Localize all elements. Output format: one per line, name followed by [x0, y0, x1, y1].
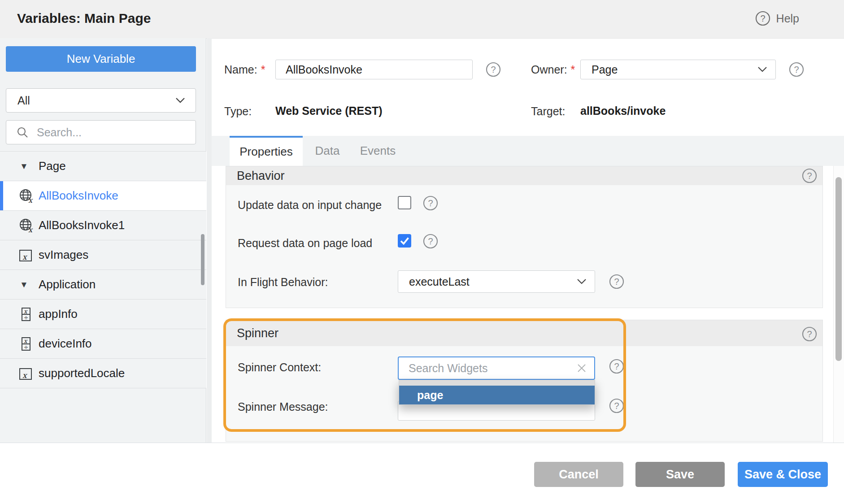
target-value: allBooks/invoke: [580, 104, 666, 117]
update-data-checkbox[interactable]: [398, 196, 411, 209]
sidebar-scrollbar-thumb[interactable]: [201, 234, 204, 285]
name-input[interactable]: [285, 63, 463, 77]
image-variable-icon: x: [18, 365, 34, 382]
svg-text:?: ?: [491, 65, 496, 74]
svg-text:x: x: [22, 252, 28, 261]
image-variable-icon: x: [18, 247, 34, 263]
spinner-message-label: Spinner Message:: [238, 400, 328, 413]
spinner-message-input[interactable]: [407, 404, 586, 418]
variable-filter-select[interactable]: All: [6, 88, 196, 113]
svg-text:?: ?: [807, 171, 812, 181]
target-label: Target:: [531, 105, 565, 118]
tab-data[interactable]: Data: [309, 136, 345, 166]
in-flight-help-icon[interactable]: ?: [609, 274, 624, 289]
owner-label: Owner:*: [531, 63, 575, 76]
save-close-button[interactable]: Save & Close: [738, 462, 828, 487]
properties-scrollbar-thumb[interactable]: [835, 177, 842, 361]
owner-select[interactable]: Page: [580, 60, 776, 79]
update-data-help-icon[interactable]: ?: [423, 196, 438, 211]
svg-text:?: ?: [614, 401, 619, 411]
chevron-down-icon: [757, 66, 767, 73]
request-data-label: Request data on page load: [238, 237, 372, 250]
svg-text:x: x: [28, 226, 33, 234]
svg-text:x: x: [28, 196, 33, 204]
web-service-icon: x: [18, 217, 34, 234]
in-flight-select[interactable]: executeLast: [398, 270, 595, 293]
svg-text:?: ?: [614, 361, 619, 371]
dropdown-option-page[interactable]: page: [399, 386, 595, 404]
svg-text:÷: ÷: [24, 344, 28, 351]
behavior-help-icon[interactable]: ?: [802, 168, 817, 183]
name-field[interactable]: [275, 60, 473, 79]
filter-value: All: [17, 94, 175, 107]
sidebar-item-allbooksinvoke1[interactable]: x AllBooksInvoke1: [0, 211, 206, 240]
sidebar-section-page[interactable]: ▼ Page: [0, 152, 206, 181]
spinner-context-input[interactable]: [408, 361, 576, 375]
help-button[interactable]: ? Help: [755, 11, 799, 26]
type-value: Web Service (REST): [275, 104, 383, 117]
required-asterisk: *: [261, 63, 265, 76]
spinner-context-help-icon[interactable]: ?: [609, 359, 624, 374]
in-flight-value: executeLast: [409, 275, 470, 288]
variable-list: ▼ Page x AllBooksInvoke x AllBooksInvoke…: [0, 151, 206, 388]
request-data-checkbox[interactable]: [398, 234, 411, 248]
help-circle-icon[interactable]: ?: [755, 11, 770, 26]
dropdown-top-strip: [399, 380, 595, 386]
owner-value: Page: [592, 63, 618, 76]
sidebar-item-allbooksinvoke[interactable]: x AllBooksInvoke: [0, 181, 206, 211]
name-help-icon[interactable]: ?: [486, 62, 501, 77]
spinner-message-help-icon[interactable]: ?: [609, 398, 624, 413]
svg-text:?: ?: [794, 65, 799, 74]
object-variable-icon: x÷: [18, 336, 34, 352]
footer-divider: [0, 443, 844, 443]
in-flight-label: In Flight Behavior:: [238, 276, 328, 289]
svg-text:?: ?: [807, 329, 812, 339]
request-data-help-icon[interactable]: ?: [423, 234, 438, 249]
panel-divider: [207, 38, 212, 443]
name-label: Name:*: [224, 63, 265, 76]
sidebar-item-svimages[interactable]: x svImages: [0, 240, 206, 270]
required-asterisk: *: [571, 63, 575, 76]
svg-text:?: ?: [428, 236, 433, 246]
chevron-down-icon: [577, 278, 587, 285]
spinner-context-label: Spinner Context:: [238, 361, 321, 374]
triangle-expanded-icon[interactable]: ▼: [20, 280, 39, 290]
chevron-down-icon: [175, 97, 186, 104]
sidebar-item-appinfo[interactable]: x÷ appInfo: [0, 300, 206, 329]
spinner-help-icon[interactable]: ?: [802, 326, 817, 342]
behavior-section-header: Behavior: [226, 166, 822, 185]
sidebar-search[interactable]: [6, 120, 196, 144]
update-data-label: Update data on input change: [238, 199, 382, 212]
type-label: Type:: [224, 105, 252, 118]
behavior-section: Behavior ? Update data on input change ?…: [226, 166, 823, 308]
spinner-context-dropdown: page: [399, 380, 595, 405]
svg-text:x: x: [22, 371, 28, 380]
checkmark-icon: [398, 235, 411, 247]
save-button[interactable]: Save: [635, 462, 725, 487]
cancel-button[interactable]: Cancel: [534, 462, 623, 487]
help-label[interactable]: Help: [776, 12, 799, 25]
variables-sidebar: New Variable All ▼ Page x: [0, 38, 206, 443]
sidebar-item-supportedlocale[interactable]: x supportedLocale: [0, 359, 206, 388]
search-input[interactable]: [36, 126, 188, 139]
svg-text:x: x: [24, 308, 28, 314]
spinner-context-field[interactable]: [398, 356, 595, 380]
spinner-section: Spinner ? Spinner Context: ? Spinner Mes…: [226, 320, 823, 442]
page-title: Variables: Main Page: [17, 11, 151, 26]
search-icon: [16, 126, 29, 139]
variables-dialog: Variables: Main Page ? Help New Variable…: [0, 0, 844, 504]
svg-text:÷: ÷: [24, 315, 28, 321]
svg-text:?: ?: [760, 13, 765, 23]
sidebar-section-application[interactable]: ▼ Application: [0, 270, 206, 300]
owner-help-icon[interactable]: ?: [789, 62, 804, 77]
triangle-expanded-icon[interactable]: ▼: [20, 161, 39, 171]
spinner-section-header: Spinner: [226, 320, 822, 346]
new-variable-button[interactable]: New Variable: [6, 46, 196, 72]
tab-events[interactable]: Events: [354, 136, 401, 166]
svg-text:?: ?: [428, 198, 433, 208]
clear-x-icon[interactable]: [576, 363, 587, 374]
sidebar-item-deviceinfo[interactable]: x÷ deviceInfo: [0, 329, 206, 359]
object-variable-icon: x÷: [18, 306, 34, 322]
tab-properties[interactable]: Properties: [230, 136, 303, 166]
tab-bar: [212, 136, 844, 166]
